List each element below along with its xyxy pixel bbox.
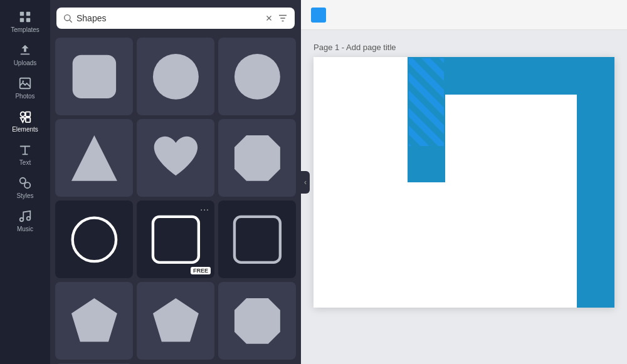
sidebar-label-elements: Elements — [12, 126, 38, 133]
svg-rect-36 — [577, 57, 614, 308]
svg-rect-4 — [21, 54, 30, 55]
page-title: Page 1 - Add page title — [314, 43, 396, 52]
styles-icon — [18, 176, 32, 190]
shapes-grid: ··· FREE — [50, 35, 301, 364]
shape-octagon-2[interactable] — [218, 282, 296, 360]
sidebar-label-photos: Photos — [15, 93, 34, 100]
svg-point-24 — [234, 54, 280, 100]
svg-point-23 — [153, 54, 199, 100]
shape-rounded-rect-dark[interactable]: ··· FREE — [137, 200, 214, 278]
sidebar-label-styles: Styles — [16, 192, 33, 199]
search-icon — [63, 13, 73, 23]
svg-rect-10 — [26, 118, 30, 122]
svg-rect-22 — [72, 55, 115, 98]
svg-point-12 — [24, 182, 30, 188]
svg-rect-3 — [26, 18, 30, 22]
shape-circle-2[interactable] — [218, 38, 296, 115]
top-bar — [301, 0, 627, 30]
sidebar-item-photos[interactable]: Photos — [0, 71, 50, 105]
clear-icon[interactable] — [265, 14, 273, 23]
shape-pentagon-left[interactable] — [55, 282, 133, 360]
grid-icon — [18, 10, 32, 24]
music-icon — [18, 209, 32, 223]
upload-icon — [18, 43, 32, 57]
shapes-panel: Shapes — [50, 0, 301, 364]
collapse-panel-button[interactable]: ‹ — [301, 171, 310, 194]
shape-triangle[interactable] — [55, 119, 133, 197]
canvas-page[interactable] — [314, 57, 614, 308]
svg-rect-8 — [26, 112, 30, 117]
svg-rect-28 — [153, 217, 199, 263]
svg-marker-26 — [234, 135, 280, 181]
svg-point-13 — [20, 218, 24, 222]
shape-octagon[interactable] — [218, 119, 296, 197]
blue-square-indicator — [311, 8, 326, 23]
filter-icon[interactable] — [277, 13, 288, 24]
sidebar-item-text[interactable]: Text — [0, 138, 50, 171]
svg-point-11 — [20, 178, 26, 184]
elements-icon — [18, 110, 32, 123]
svg-line-16 — [70, 20, 72, 23]
sidebar-label-music: Music — [17, 226, 33, 232]
shape-rounded-rect[interactable] — [55, 38, 133, 115]
svg-rect-0 — [20, 12, 24, 16]
canvas-area: Page 1 - Add page title — [301, 0, 627, 364]
svg-rect-2 — [20, 18, 24, 22]
svg-point-27 — [72, 217, 115, 261]
sidebar-item-music[interactable]: Music — [0, 204, 50, 237]
page-title-bar: Page 1 - Add page title — [314, 43, 614, 52]
svg-marker-25 — [71, 135, 117, 181]
svg-rect-39 — [409, 58, 444, 146]
sidebar-label-text: Text — [19, 159, 31, 166]
sidebar-label-templates: Templates — [11, 26, 40, 33]
page-area: Page 1 - Add page title — [301, 30, 627, 364]
sidebar-item-templates[interactable]: Templates — [0, 5, 50, 38]
shape-circle-1[interactable] — [137, 38, 214, 115]
sidebar-item-uploads[interactable]: Uploads — [0, 38, 50, 71]
svg-marker-31 — [153, 298, 199, 341]
svg-marker-9 — [21, 118, 25, 122]
search-bar: Shapes — [56, 8, 295, 29]
svg-marker-32 — [234, 298, 280, 344]
svg-marker-30 — [71, 298, 117, 341]
sidebar-item-styles[interactable]: Styles — [0, 171, 50, 204]
search-input[interactable]: Shapes — [76, 13, 261, 23]
dots-badge: ··· — [200, 204, 209, 214]
shape-heart[interactable] — [137, 119, 214, 197]
svg-rect-29 — [234, 217, 280, 263]
svg-point-15 — [65, 15, 70, 21]
canvas-shape-frame — [314, 57, 614, 308]
svg-point-14 — [27, 217, 31, 221]
sidebar: Templates Uploads Photos Elements Text — [0, 0, 50, 364]
free-badge: FREE — [191, 267, 211, 274]
svg-point-6 — [22, 80, 24, 82]
sidebar-item-elements[interactable]: Elements — [0, 105, 50, 138]
text-icon — [18, 143, 32, 157]
svg-rect-1 — [26, 12, 30, 16]
image-icon — [18, 76, 32, 90]
shape-circle-outline[interactable] — [55, 200, 133, 278]
sidebar-label-uploads: Uploads — [14, 60, 37, 66]
shape-rounded-rect-outline[interactable] — [218, 200, 296, 278]
shape-pentagon-center[interactable] — [137, 282, 214, 360]
svg-point-7 — [21, 112, 25, 117]
